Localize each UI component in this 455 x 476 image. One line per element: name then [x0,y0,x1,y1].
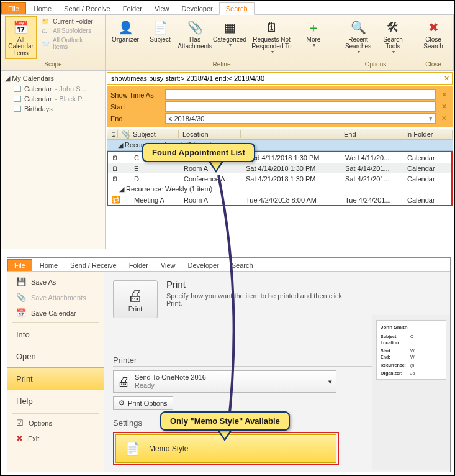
all-calendar-items-button[interactable]: 📅 All Calendar Items [5,16,37,59]
requests-not-responded-button[interactable]: 🗓Requests Not Responded To [248,16,295,58]
printer-icon: 🖨 [127,286,143,305]
col-icon[interactable]: 🗓 [107,130,118,138]
callout-tail [209,162,223,173]
open-button[interactable]: Open [7,346,104,367]
organizer-button[interactable]: 👤Organizer [109,16,142,58]
col-in-folder[interactable]: In Folder [402,130,453,138]
save-attachments-button: 📎Save Attachments [7,290,104,305]
callout-tail [217,430,232,441]
nav-calendar-john[interactable]: Calendar - John S... [5,84,101,94]
subject-button[interactable]: 📄Subject [144,16,176,58]
remove-criteria-icon[interactable]: ✕ [439,103,449,111]
remove-criteria-icon[interactable]: ✕ [439,91,449,99]
refine-group-label: Refine [109,61,334,69]
nav-calendar-black[interactable]: Calendar - Black P... [5,94,101,104]
printer-device-icon: 🖨 [117,375,130,389]
appointment-icon: 🗓 [108,165,119,172]
current-folder-button[interactable]: 📁Current Folder [39,17,101,25]
remove-criteria-icon[interactable]: ✕ [439,114,449,122]
start-label: Start [110,103,161,111]
chevron-down-icon[interactable]: ▾ [429,114,433,122]
col-attachment[interactable]: 📎 [118,130,129,139]
scope-group-label: Scope [5,61,101,69]
memo-icon: 📄 [125,441,140,456]
close-icon: ✖ [428,19,439,36]
clear-search-icon[interactable]: ✕ [444,75,449,83]
nav-header[interactable]: ◢ My Calendars [5,73,101,84]
ribbon-tabs: File Home Send / Receive Folder View Dev… [7,258,450,272]
tab-view[interactable]: View [148,3,176,14]
exit-button[interactable]: ✖Exit [7,431,104,446]
print-options-button[interactable]: ⚙Print Options [113,396,173,410]
save-icon: 💾 [16,277,26,286]
print-button-label: Print [128,305,143,313]
table-row[interactable]: 🔁Meeting ARoom ATue 4/24/2018 8:00 AMTue… [108,195,451,205]
printer-section-title: Printer [113,355,137,365]
end-input[interactable]: < 2018/4/30▾ [165,113,436,124]
end-label: End [110,115,161,122]
ribbon: 📅 All Calendar Items 📁Current Folder 🗂Al… [1,15,454,71]
tab-developer[interactable]: Developer [182,260,225,271]
appointment-icon: 🗓 [108,154,119,162]
print-preview: John Smith Subject:C Location: Start:W E… [372,315,450,470]
person-icon: 👤 [118,19,133,36]
info-button[interactable]: Info [7,324,104,346]
col-subject[interactable]: Subject [129,130,179,138]
group-header-weekly[interactable]: ◢ Recurrence: Weekly (1 item) [108,184,451,195]
chevron-down-icon[interactable]: ▾ [328,378,332,386]
categories-icon: ▦ [224,19,236,36]
show-time-as-input[interactable] [165,89,436,100]
tab-home[interactable]: Home [34,260,64,271]
options-button[interactable]: ☑Options [7,415,104,431]
tab-search[interactable]: Search [219,2,255,15]
tab-send-receive[interactable]: Send / Receive [58,3,117,14]
calendar-icon [14,86,21,92]
categorized-button[interactable]: ▦Categorized [214,16,246,58]
search-tools-button[interactable]: 🛠Search Tools [377,16,409,58]
calendar-icon [14,106,21,112]
calendar-icon [14,96,21,102]
close-search-button[interactable]: ✖Close Search [417,16,449,52]
calendar-stack-icon: 📅 [13,19,29,36]
has-attachments-button[interactable]: 📎Has Attachments [179,16,211,58]
tab-view[interactable]: View [155,260,182,271]
tab-folder[interactable]: Folder [123,260,155,271]
save-as-button[interactable]: 💾Save As [7,274,104,290]
options-icon: ☑ [16,418,24,428]
tab-send-receive[interactable]: Send / Receive [64,260,123,271]
settings-section-title: Settings [113,418,142,428]
save-calendar-button[interactable]: 📅Save Calendar [7,305,104,321]
tools-icon: 🛠 [387,19,399,36]
requests-icon: 🗓 [266,19,278,36]
nav-birthdays[interactable]: Birthdays [5,104,101,114]
search-query-bar[interactable]: ✕ [107,72,453,85]
tab-folder[interactable]: Folder [117,3,148,14]
col-location[interactable]: Location [179,130,241,138]
search-input[interactable] [110,74,444,83]
table-row[interactable]: 🗓ERoom ASat 4/14/2018 1:30 PMSat 4/14/20… [108,163,451,173]
appointment-icon: 🗓 [108,175,119,183]
table-row[interactable]: 🗓DConference ASat 4/21/2018 1:30 PMSat 4… [108,173,451,184]
more-button[interactable]: ＋More [297,16,330,58]
recent-searches-button[interactable]: 🔍Recent Searches [342,16,374,58]
tab-file[interactable]: File [1,2,26,14]
document-icon: 📄 [153,19,168,36]
tab-developer[interactable]: Developer [176,3,219,14]
start-input[interactable] [165,101,436,112]
print-description: Specify how you want the item to be prin… [166,292,353,307]
help-button[interactable]: Help [7,390,104,412]
tab-home[interactable]: Home [27,3,58,14]
tab-file[interactable]: File [7,259,32,271]
print-nav-button[interactable]: Print [7,367,104,390]
results-column-header[interactable]: 🗓 📎 Subject Location End In Folder [107,129,453,140]
subfolders-icon: 🗂 [42,27,50,34]
print-button[interactable]: 🖨 Print [113,280,158,318]
printer-selector[interactable]: 🖨 Send To OneNote 2016Ready ▾ [113,370,336,393]
all-subfolders-button: 🗂All Subfolders [39,27,101,35]
tab-search[interactable]: Search [225,260,259,271]
plus-icon: ＋ [307,19,320,36]
search-window: File Home Send / Receive Folder View Dev… [1,1,454,249]
show-time-as-label: Show Time As [110,91,161,99]
col-end[interactable]: End [340,130,402,138]
calendar-save-icon: 📅 [16,308,26,318]
